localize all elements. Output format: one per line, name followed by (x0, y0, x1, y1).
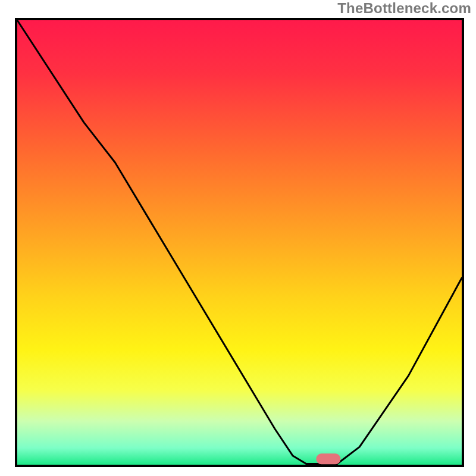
watermark-text: TheBottleneck.com (337, 0, 471, 17)
chart-container: TheBottleneck.com (0, 0, 476, 476)
plot-background (16, 19, 463, 466)
optimal-marker (316, 453, 340, 464)
bottleneck-chart (0, 0, 476, 476)
